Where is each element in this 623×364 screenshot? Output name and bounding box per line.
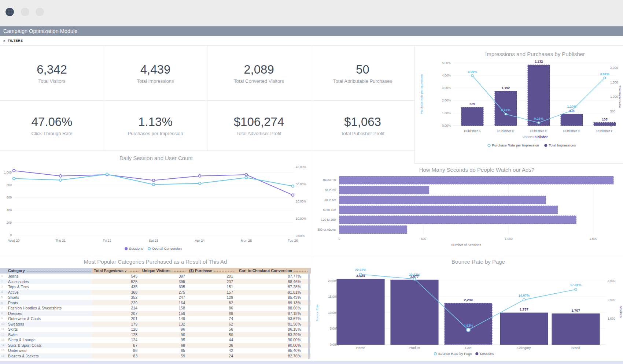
column-header--purchase[interactable]: ($) Purchase bbox=[187, 268, 235, 274]
table-row[interactable]: 8Dresses2071596887.18% bbox=[0, 311, 311, 316]
bar-300-or-above[interactable] bbox=[339, 226, 407, 234]
table-scrollbar[interactable] bbox=[308, 268, 310, 359]
table-row[interactable]: 13Sleep & Lounge124954490.00% bbox=[0, 337, 311, 343]
bar-category[interactable] bbox=[500, 313, 548, 345]
bar-value-label: 2,132 bbox=[535, 60, 543, 63]
line-value-label: 1.20% bbox=[567, 105, 576, 108]
sessions-point-thu-21[interactable] bbox=[59, 175, 62, 177]
point-publisher-d[interactable] bbox=[571, 109, 573, 112]
table-row[interactable]: 9Outerwear & Coats2011497493.67% bbox=[0, 316, 311, 322]
y-axis-tick: 2.00% bbox=[442, 99, 451, 102]
table-row[interactable]: 6Pants2291648289.13% bbox=[0, 300, 311, 306]
conversion-point-tue-26[interactable] bbox=[292, 185, 294, 187]
x-axis-tick: Fri 22 bbox=[103, 239, 111, 242]
cell: 151 bbox=[187, 284, 235, 290]
table-row[interactable]: 5Shorts35224712985.43% bbox=[0, 295, 311, 300]
y-axis-tick: 3.00% bbox=[442, 86, 451, 90]
table-row[interactable]: 11Skirts128965686.15% bbox=[0, 327, 311, 332]
legend-item[interactable]: Overall Conversion bbox=[148, 246, 182, 250]
x-axis-tick: Category bbox=[517, 346, 531, 350]
x-axis-tick: 500 bbox=[421, 237, 426, 241]
table-row[interactable]: 10Sweaters1791326281.58% bbox=[0, 322, 311, 327]
table-row[interactable]: 12Swim125905083.29% bbox=[0, 332, 311, 338]
sort-caret-icon: ∨ bbox=[125, 270, 127, 273]
cell: 68 bbox=[140, 343, 187, 348]
cell: Accessories bbox=[0, 279, 92, 285]
x-axis-hierarchy[interactable]: Visitors Publisher bbox=[523, 135, 548, 139]
watch-seconds-chart-panel: How Many Seconds do People Watch our Ads… bbox=[312, 163, 623, 257]
point-home[interactable] bbox=[360, 273, 362, 276]
cell: Underwear bbox=[0, 348, 92, 353]
point-publisher-a[interactable] bbox=[471, 75, 473, 77]
window-dot-icon bbox=[36, 8, 44, 16]
point-category[interactable] bbox=[523, 298, 526, 301]
x-axis-tick: 0 bbox=[339, 237, 340, 241]
table-row[interactable]: 2Accessories52539520788.46% bbox=[0, 279, 311, 285]
table-row[interactable]: 4Active36827515791.81% bbox=[0, 290, 311, 295]
bounce-rate-chart: 20.00%15.00%10.00%5.00%0.00%3,0002,0001,… bbox=[312, 257, 623, 361]
cell: 158 bbox=[140, 305, 187, 311]
publisher-chart-panel: Impressions and Purchases by Publisher 5… bbox=[414, 46, 623, 163]
column-header-cart-to-checkout-conversion[interactable]: Cart to Checkout Conversion bbox=[235, 268, 311, 274]
conversion-point-mon-25[interactable] bbox=[245, 177, 248, 179]
bar-publisher-e[interactable] bbox=[594, 123, 616, 126]
conversion-point-fri-22[interactable] bbox=[106, 173, 108, 175]
filters-toggle[interactable]: ▸FILTERS bbox=[0, 36, 623, 46]
conversion-point-apr-24[interactable] bbox=[199, 182, 201, 185]
bar-60-to-119[interactable] bbox=[339, 206, 558, 214]
point-publisher-c[interactable] bbox=[538, 122, 540, 124]
table-row[interactable]: 7Fashion Hoodies & Sweatshirts2141588688… bbox=[0, 305, 311, 311]
sessions-point-wed-20[interactable] bbox=[13, 170, 15, 172]
sessions-point-mon-25[interactable] bbox=[245, 174, 248, 176]
legend-item[interactable]: Purchase Rate per Impression bbox=[488, 143, 539, 147]
point-cart[interactable] bbox=[467, 328, 470, 332]
column-header-category[interactable]: Category bbox=[0, 268, 92, 274]
column-header-total-pageviews[interactable]: Total Pageviews∨ bbox=[92, 268, 140, 274]
sessions-point-apr-24[interactable] bbox=[199, 175, 201, 177]
bar-10-to-29[interactable] bbox=[339, 186, 429, 194]
cell: 201 bbox=[187, 274, 235, 279]
bar-home[interactable] bbox=[337, 279, 384, 345]
y-axis-tick: 1,000 bbox=[4, 171, 12, 174]
legend-label: Purchase Rate per Impression bbox=[492, 143, 539, 147]
window-dot-icon bbox=[21, 8, 29, 16]
table-row[interactable]: 1Jeans54539720187.77% bbox=[0, 274, 311, 279]
bar-brand[interactable] bbox=[552, 314, 600, 345]
point-product[interactable] bbox=[413, 278, 416, 281]
bar-publisher-d[interactable] bbox=[561, 114, 583, 126]
table-row[interactable]: 14Suits & Sport Coats87683690.00% bbox=[0, 343, 311, 348]
conversion-point-wed-20[interactable] bbox=[13, 177, 15, 180]
column-header-label: Unique Visitors bbox=[142, 268, 170, 273]
legend-item[interactable]: Total Impressions bbox=[544, 143, 576, 147]
cell: 90.00% bbox=[235, 343, 311, 348]
bar-30-to-59[interactable] bbox=[339, 196, 546, 204]
sessions-point-sat-23[interactable] bbox=[152, 179, 155, 182]
legend-item[interactable]: Sessions bbox=[125, 246, 143, 250]
bar-product[interactable] bbox=[391, 280, 438, 345]
bar-120-to-299[interactable] bbox=[339, 216, 576, 224]
kpi-tile-click-through-rate: 47.06%Click-Through Rate bbox=[0, 100, 104, 151]
point-publisher-e[interactable] bbox=[604, 77, 606, 79]
point-publisher-b[interactable] bbox=[505, 113, 507, 115]
sessions-point-tue-26[interactable] bbox=[292, 194, 294, 196]
bar-publisher-a[interactable] bbox=[461, 107, 483, 126]
cell: Sweaters bbox=[0, 322, 92, 327]
legend-item[interactable]: Bounce Rate by Page bbox=[434, 352, 472, 356]
app-logo-icon bbox=[5, 8, 14, 16]
row-index: 5 bbox=[1, 295, 3, 300]
table-row[interactable]: 16Blazers & Jackets83592482.76% bbox=[0, 353, 311, 359]
conversion-point-sat-23[interactable] bbox=[152, 183, 155, 186]
table-row[interactable]: 15Underwear86654295.40% bbox=[0, 348, 311, 353]
x-axis-tick: Wed 20 bbox=[8, 239, 20, 242]
table-row[interactable]: 3Tops & Tees43530515187.28% bbox=[0, 284, 311, 290]
x-axis-tick: 1,500 bbox=[589, 237, 597, 241]
cell: 90 bbox=[140, 332, 187, 338]
cell: 86 bbox=[92, 348, 140, 353]
bar-below-10[interactable] bbox=[339, 176, 613, 184]
y2-axis-tick: 3,000 bbox=[608, 279, 616, 283]
cell: 129 bbox=[187, 295, 235, 300]
point-brand[interactable] bbox=[575, 288, 577, 291]
column-header-unique-visitors[interactable]: Unique Visitors bbox=[140, 268, 187, 274]
legend-item[interactable]: Sessions bbox=[475, 352, 494, 356]
conversion-point-thu-21[interactable] bbox=[59, 179, 62, 181]
